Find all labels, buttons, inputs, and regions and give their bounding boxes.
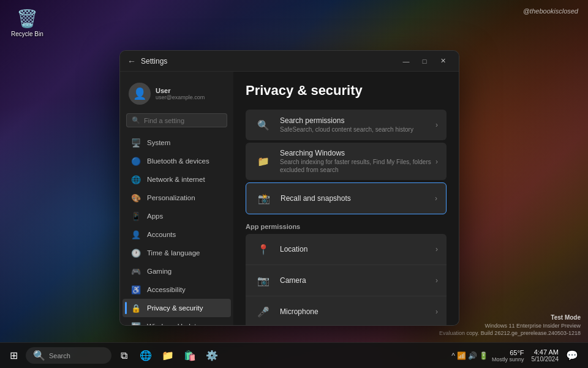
app-items: 📍 Location › 📷 Camera › 🎤 Microphone › 🔒…: [246, 234, 447, 325]
corner-info: Test Mode Windows 11 Enterprise Insider …: [439, 314, 581, 337]
nav-icon-accessibility: ♿: [131, 285, 141, 295]
item-title-recall-snapshots: Recall and snapshots: [281, 194, 435, 203]
settings-window: ← Settings — □ ✕ 👤 User user@example.com…: [119, 50, 459, 326]
settings-taskbar-icon[interactable]: ⚙️: [202, 346, 222, 366]
file-explorer-icon[interactable]: 📁: [158, 346, 178, 366]
nav-items: 🖥️System🔵Bluetooth & devices🌐Network & i…: [120, 133, 233, 325]
sidebar-item-time[interactable]: 🕐Time & language: [123, 244, 231, 262]
volume-icon[interactable]: 🔊: [468, 351, 477, 360]
sidebar-search-icon: 🔍: [132, 116, 140, 124]
nav-label-accessibility: Accessibility: [147, 286, 186, 293]
weather-widget[interactable]: 65°F Mostly sunny: [492, 349, 524, 362]
sidebar-item-personalization[interactable]: 🎨Personalization: [123, 189, 231, 207]
nav-label-bluetooth: Bluetooth & devices: [147, 157, 209, 165]
network-icon[interactable]: 📶: [457, 351, 466, 360]
nav-icon-network: 🌐: [131, 175, 141, 184]
sidebar-item-network[interactable]: 🌐Network & internet: [123, 170, 231, 189]
taskbar-search-text: Search: [49, 352, 70, 359]
item-icon-camera: 📷: [254, 271, 273, 290]
nav-label-time: Time & language: [147, 249, 200, 257]
nav-label-personalization: Personalization: [147, 194, 195, 201]
weather-temp: 65°F: [510, 349, 524, 356]
user-profile[interactable]: 👤 User user@example.com: [120, 79, 233, 113]
item-chevron-microphone: ›: [435, 307, 438, 316]
nav-label-update: Windows Update: [147, 323, 200, 325]
nav-label-privacy: Privacy & security: [147, 304, 203, 312]
settings-item-location[interactable]: 📍 Location ›: [246, 234, 447, 265]
sidebar-item-gaming[interactable]: 🎮Gaming: [123, 262, 231, 280]
sidebar-item-accounts[interactable]: 👤Accounts: [123, 225, 231, 244]
minimize-button[interactable]: —: [398, 53, 415, 70]
recycle-bin-icon: 🗑️: [16, 7, 38, 29]
nav-label-network: Network & internet: [147, 176, 205, 183]
nav-icon-personalization: 🎨: [131, 193, 141, 203]
item-title-searching-windows: Searching Windows: [280, 149, 435, 157]
item-icon-location: 📍: [254, 240, 273, 258]
back-button[interactable]: ←: [127, 56, 136, 66]
app-permissions-card: 📍 Location › 📷 Camera › 🎤 Microphone › 🔒…: [246, 234, 447, 325]
user-email: user@example.com: [156, 94, 205, 100]
item-chevron-recall-snapshots: ›: [435, 194, 437, 203]
close-button[interactable]: ✕: [434, 53, 451, 70]
watermark: @thebookisclosed: [523, 7, 578, 15]
sidebar: 👤 User user@example.com 🔍 🖥️System🔵Bluet…: [120, 72, 233, 325]
task-view-button[interactable]: ⧉: [114, 346, 134, 366]
chevron-tray-icon[interactable]: ^: [451, 351, 455, 360]
nav-icon-privacy: 🔒: [131, 303, 141, 313]
windows-permissions-section: 🔍 Search permissions SafeSearch, cloud c…: [246, 110, 447, 214]
sidebar-item-update[interactable]: 🔄Windows Update: [123, 317, 231, 325]
taskbar-search[interactable]: 🔍 Search: [26, 347, 111, 364]
window-controls: — □ ✕: [398, 53, 451, 70]
nav-icon-time: 🕐: [131, 248, 141, 258]
notification-button[interactable]: 💬: [562, 346, 582, 366]
settings-item-camera[interactable]: 📷 Camera ›: [246, 265, 447, 296]
sidebar-search-input[interactable]: [144, 117, 222, 124]
item-subtitle-searching-windows: Search indexing for faster results, Find…: [280, 158, 435, 174]
settings-item-searching-windows[interactable]: 📁 Searching Windows Search indexing for …: [246, 143, 447, 180]
item-chevron-searching-windows: ›: [435, 157, 438, 166]
clock-date: 5/10/2024: [532, 356, 559, 362]
settings-body: 👤 User user@example.com 🔍 🖥️System🔵Bluet…: [120, 72, 459, 325]
settings-item-microphone[interactable]: 🎤 Microphone ›: [246, 296, 447, 325]
item-icon-microphone: 🎤: [254, 302, 273, 321]
sidebar-item-accessibility[interactable]: ♿Accessibility: [123, 280, 231, 299]
store-icon[interactable]: 🛍️: [180, 346, 200, 366]
item-subtitle-search-permissions: SafeSearch, cloud content search, search…: [280, 126, 435, 133]
settings-item-recall-snapshots[interactable]: 📸 Recall and snapshots ›: [246, 183, 446, 214]
user-name: User: [156, 87, 205, 94]
user-info: User user@example.com: [156, 87, 205, 100]
item-chevron-location: ›: [435, 245, 438, 253]
item-title-camera: Camera: [280, 276, 435, 285]
weather-desc: Mostly sunny: [492, 356, 524, 362]
taskbar-right: ^ 📶 🔊 🔋 65°F Mostly sunny 4:47 AM 5/10/2…: [451, 346, 588, 366]
item-chevron-search-permissions: ›: [435, 121, 438, 129]
item-icon-searching-windows: 📁: [254, 152, 273, 171]
battery-icon[interactable]: 🔋: [479, 351, 488, 360]
nav-icon-accounts: 👤: [131, 230, 141, 239]
sidebar-item-privacy[interactable]: 🔒Privacy & security: [123, 299, 231, 317]
recycle-bin-label: Recycle Bin: [11, 31, 43, 37]
nav-label-system: System: [147, 139, 170, 146]
item-icon-recall-snapshots: 📸: [255, 189, 273, 208]
nav-label-accounts: Accounts: [147, 231, 176, 238]
start-button[interactable]: ⊞: [4, 346, 23, 366]
app-permissions-section: App permissions 📍 Location › 📷 Camera › …: [246, 223, 447, 325]
page-title: Privacy & security: [246, 83, 447, 99]
recycle-bin[interactable]: 🗑️ Recycle Bin: [11, 7, 43, 37]
app-permissions-label: App permissions: [246, 223, 447, 230]
nav-icon-bluetooth: 🔵: [131, 156, 141, 166]
nav-label-apps: Apps: [147, 212, 163, 220]
settings-item-search-permissions[interactable]: 🔍 Search permissions SafeSearch, cloud c…: [246, 110, 447, 140]
corner-info-line2: Windows 11 Enterprise Insider Preview: [439, 322, 581, 330]
sidebar-item-apps[interactable]: 📱Apps: [123, 207, 231, 225]
clock-time: 4:47 AM: [534, 348, 559, 356]
nav-icon-update: 🔄: [131, 321, 141, 325]
sidebar-item-system[interactable]: 🖥️System: [123, 133, 231, 152]
sidebar-item-bluetooth[interactable]: 🔵Bluetooth & devices: [123, 152, 231, 170]
nav-icon-system: 🖥️: [131, 138, 141, 148]
clock-widget[interactable]: 4:47 AM 5/10/2024: [532, 348, 559, 362]
item-icon-search-permissions: 🔍: [254, 116, 273, 134]
maximize-button[interactable]: □: [416, 53, 433, 70]
sidebar-search-box[interactable]: 🔍: [126, 113, 227, 127]
edge-icon[interactable]: 🌐: [136, 346, 156, 366]
